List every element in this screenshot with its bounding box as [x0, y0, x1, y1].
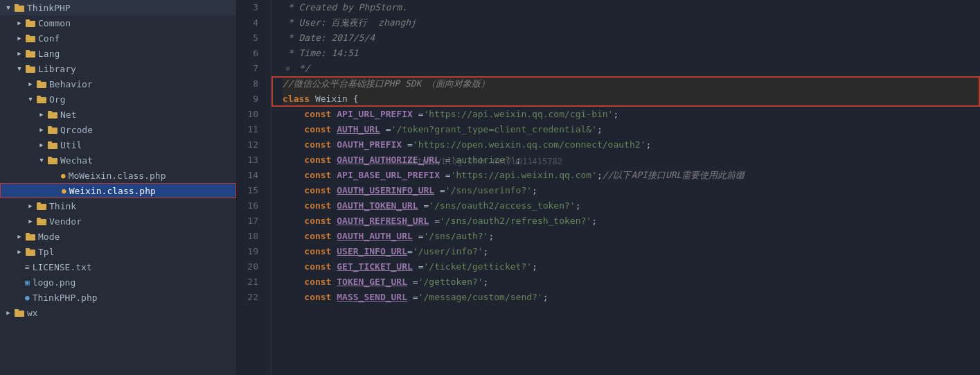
sidebar-label: Common	[38, 18, 71, 28]
code-editor: 3 4 5 6 7 8 9 10 11 12 13 14 15 16 17 18…	[237, 0, 980, 375]
code-text: //微信公众平台基础接口PHP SDK （面向对象版）	[283, 76, 490, 91]
code-content[interactable]: * Created by PhpStorm. * User: 百鬼夜行 zhan…	[271, 0, 980, 375]
code-text	[331, 213, 337, 229]
sidebar-item-net[interactable]: ▶ Net	[0, 107, 236, 122]
sidebar-item-license[interactable]: ≡ LICENSE.txt	[0, 259, 236, 274]
sidebar-item-library[interactable]: ▼ Library	[0, 61, 236, 76]
code-text	[331, 259, 337, 274]
svg-rect-19	[48, 141, 52, 143]
svg-rect-12	[37, 97, 46, 103]
arrow-icon: ▶	[3, 307, 14, 318]
sidebar-item-vendor[interactable]: ▶ Vendor	[0, 213, 236, 229]
line-num-18: 18	[237, 229, 264, 244]
keyword-const: const	[304, 183, 331, 198]
svg-rect-15	[48, 111, 52, 113]
sidebar-item-weixin[interactable]: ● Weixin.class.php	[0, 183, 236, 198]
code-indent	[283, 244, 304, 259]
code-indent	[283, 122, 304, 137]
const-name: API_URL_PREFIX	[337, 107, 413, 122]
svg-rect-24	[37, 219, 46, 225]
keyword-const: const	[304, 274, 331, 290]
highlight-block: //微信公众平台基础接口PHP SDK （面向对象版） class Weixin…	[283, 76, 980, 107]
sidebar-item-thinkphpphp[interactable]: ● ThinkPHP.php	[0, 290, 236, 305]
sidebar-item-thinkphp[interactable]: ▼ ThinkPHP	[0, 0, 236, 15]
code-line-18: const OAUTH_AUTH_URL = '/sns/auth?' ;	[283, 229, 980, 244]
const-name: USER_INFO_URL	[337, 244, 407, 259]
code-line-6: * Time: 14:51	[283, 46, 980, 61]
folder-icon	[36, 94, 47, 105]
sidebar-label: MoWeixin.class.php	[69, 171, 166, 181]
sidebar-item-util[interactable]: ▶ Util	[0, 137, 236, 152]
sidebar-label: Lang	[38, 49, 60, 59]
code-text: =	[413, 229, 424, 244]
string-val: 'https://api.weixin.qq.com/cgi-bin'	[424, 107, 614, 122]
sidebar-item-conf[interactable]: ▶ Conf	[0, 30, 236, 46]
arrow-icon: ▼	[25, 94, 36, 105]
sidebar-item-common[interactable]: ▶ Common	[0, 15, 236, 30]
arrow-icon: ▶	[25, 216, 36, 227]
sidebar-item-qrcode[interactable]: ▶ Qrcode	[0, 122, 236, 137]
folder-icon	[25, 17, 36, 28]
sidebar-item-logo[interactable]: ▣ logo.png	[0, 274, 236, 290]
file-tree[interactable]: ▼ ThinkPHP ▶ Common ▶ Conf ▶ Lang ▼ Lib	[0, 0, 237, 375]
code-text: =	[407, 290, 418, 305]
line-num-17: 17	[237, 213, 264, 229]
sidebar-item-moweixin[interactable]: ● MoWeixin.class.php	[0, 168, 236, 183]
sidebar-item-mode[interactable]: ▶ Mode	[0, 229, 236, 244]
arrow-icon: ▶	[36, 109, 47, 120]
code-text: =	[418, 198, 429, 213]
svg-rect-11	[37, 80, 41, 82]
line-num-19: 19	[237, 244, 264, 259]
sidebar-item-lang[interactable]: ▶ Lang	[0, 46, 236, 61]
svg-rect-30	[15, 311, 24, 317]
code-indent	[283, 183, 304, 198]
sidebar-item-behavior[interactable]: ▶ Behavior	[0, 76, 236, 91]
code-text: =	[413, 107, 424, 122]
code-text: =	[402, 137, 413, 152]
string-val: '/user/info?'	[413, 244, 483, 259]
svg-rect-20	[48, 158, 57, 164]
sidebar-label: Mode	[38, 232, 60, 242]
code-text: =	[429, 213, 440, 229]
folder-icon	[14, 2, 25, 13]
line-num-7: 7	[237, 61, 264, 76]
arrow-icon: ▶	[14, 33, 25, 44]
svg-rect-31	[15, 309, 19, 311]
classname-weixin: Weixin	[315, 91, 348, 107]
svg-rect-18	[48, 143, 57, 149]
sidebar-label: ThinkPHP.php	[33, 293, 98, 303]
string-val: '/message/custom/send?'	[418, 290, 543, 305]
inline-comment: //以下API接口URL需要使用此前缀	[603, 168, 745, 183]
svg-rect-8	[26, 67, 35, 73]
keyword-const: const	[304, 152, 331, 168]
sidebar-label: LICENSE.txt	[33, 262, 92, 272]
line-num-5: 5	[237, 30, 264, 46]
string-val: '/ticket/getticket?'	[424, 259, 533, 274]
line-num-14: 14	[237, 168, 264, 183]
line-num-13: 13	[237, 152, 264, 168]
code-text	[331, 244, 337, 259]
code-text	[331, 229, 337, 244]
code-text: * Created by PhpStorm.	[283, 0, 407, 15]
const-name: MASS_SEND_URL	[337, 290, 407, 305]
code-indent	[283, 259, 304, 274]
svg-rect-0	[15, 6, 24, 12]
line-num-15: 15	[237, 183, 264, 198]
sidebar-item-wx[interactable]: ▶ wx	[0, 305, 236, 320]
code-text: =	[407, 244, 413, 259]
const-name: OAUTH_USERINFO_URL	[337, 183, 434, 198]
php-blue-file-icon: ●	[25, 293, 30, 302]
sidebar-item-wechat[interactable]: ▼ Wechat	[0, 152, 236, 168]
line-num-4: 4	[237, 15, 264, 30]
sidebar-item-org[interactable]: ▼ Org	[0, 91, 236, 107]
keyword-const: const	[304, 229, 331, 244]
const-name: OAUTH_REFRESH_URL	[337, 213, 429, 229]
sidebar-item-tpl[interactable]: ▶ Tpl	[0, 244, 236, 259]
folder-icon	[36, 216, 47, 227]
svg-rect-21	[48, 157, 52, 159]
code-text: =	[440, 152, 451, 168]
sidebar-item-think[interactable]: ▶ Think	[0, 198, 236, 213]
folder-icon	[25, 33, 36, 44]
code-text: ;	[613, 107, 618, 122]
svg-rect-26	[26, 234, 35, 241]
